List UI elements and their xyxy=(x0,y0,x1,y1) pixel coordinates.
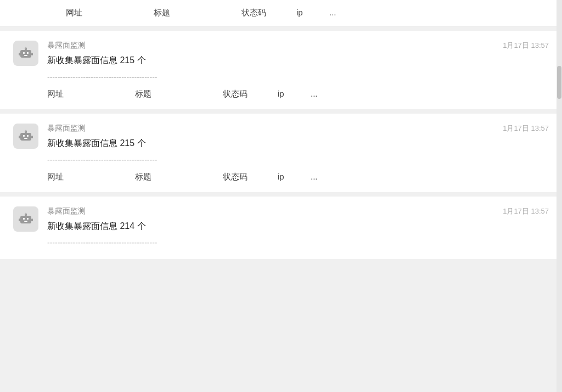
avatar-1 xyxy=(13,41,38,66)
msg-col-ip-2: ip xyxy=(278,172,311,182)
svg-rect-14 xyxy=(19,136,20,138)
body-3: 新收集暴露面信息 214 个 xyxy=(47,220,549,233)
message-content-3: 暴露面监测 1月17日 13:57 新收集暴露面信息 214 个 -------… xyxy=(47,206,549,249)
msg-col-url-2: 网址 xyxy=(47,172,135,182)
message-card-2: 暴露面监测 1月17日 13:57 新收集暴露面信息 215 个 -------… xyxy=(0,114,562,192)
svg-rect-23 xyxy=(31,219,33,221)
body-1: 新收集暴露面信息 215 个 xyxy=(47,54,549,67)
time-1: 1月17日 13:57 xyxy=(503,41,549,51)
time-2: 1月17日 13:57 xyxy=(503,124,549,133)
svg-rect-2 xyxy=(27,52,29,54)
message-content-1: 暴露面监测 1月17日 13:57 新收集暴露面信息 215 个 -------… xyxy=(47,41,549,99)
scrollbar-track[interactable] xyxy=(557,0,562,392)
svg-rect-11 xyxy=(24,138,27,139)
sender-2: 暴露面监测 xyxy=(47,124,86,133)
message-card-1: 暴露面监测 1月17日 13:57 新收集暴露面信息 215 个 -------… xyxy=(0,31,562,109)
svg-rect-6 xyxy=(19,53,20,55)
svg-rect-10 xyxy=(27,135,29,137)
divider-3: ----------------------------------------… xyxy=(47,238,549,247)
avatar-2 xyxy=(13,124,38,149)
svg-rect-7 xyxy=(31,53,33,55)
svg-rect-15 xyxy=(31,136,33,138)
robot-icon xyxy=(18,46,33,61)
msg-col-status-2: 状态码 xyxy=(223,172,278,182)
sender-1: 暴露面监测 xyxy=(47,41,86,51)
divider-1: ----------------------------------------… xyxy=(47,72,549,81)
svg-point-21 xyxy=(25,213,27,215)
avatar-3 xyxy=(13,206,38,232)
partial-col-ip: ip xyxy=(296,8,329,18)
body-2: 新收集暴露面信息 215 个 xyxy=(47,137,549,150)
svg-point-5 xyxy=(25,47,27,49)
svg-rect-16 xyxy=(20,216,31,223)
svg-rect-0 xyxy=(20,50,31,58)
partial-col-status: 状态码 xyxy=(241,8,296,18)
partial-col-more: ... xyxy=(329,8,362,18)
msg-col-title-1: 标题 xyxy=(135,89,223,99)
divider-2: ----------------------------------------… xyxy=(47,155,549,164)
msg-col-status-1: 状态码 xyxy=(223,89,278,99)
time-3: 1月17日 13:57 xyxy=(503,206,549,216)
msg-col-title-2: 标题 xyxy=(135,172,223,182)
svg-rect-9 xyxy=(23,135,25,137)
svg-rect-22 xyxy=(19,219,20,221)
message-header-3: 暴露面监测 1月17日 13:57 xyxy=(47,206,549,216)
svg-rect-3 xyxy=(24,55,27,56)
robot-icon-2 xyxy=(18,128,33,144)
svg-rect-1 xyxy=(23,52,25,54)
svg-rect-19 xyxy=(24,221,27,222)
message-header-1: 暴露面监测 1月17日 13:57 xyxy=(47,41,549,51)
robot-icon-3 xyxy=(18,211,33,227)
scrollbar-thumb[interactable] xyxy=(557,66,561,99)
msg-col-ip-1: ip xyxy=(278,89,311,99)
page-container: 网址 标题 状态码 ip ... 暴露面监测 1月17日 13:57 xyxy=(0,0,562,392)
msg-col-url-1: 网址 xyxy=(47,89,135,99)
partial-top-row: 网址 标题 状态码 ip ... xyxy=(0,0,562,26)
columns-1: 网址 标题 状态码 ip ... xyxy=(47,89,549,99)
svg-rect-18 xyxy=(27,218,29,220)
message-content-2: 暴露面监测 1月17日 13:57 新收集暴露面信息 215 个 -------… xyxy=(47,124,549,182)
msg-col-more-2: ... xyxy=(311,172,344,182)
msg-col-more-1: ... xyxy=(311,89,344,99)
partial-top-columns: 网址 标题 状态码 ip ... xyxy=(66,8,496,18)
columns-2: 网址 标题 状态码 ip ... xyxy=(47,172,549,182)
sender-3: 暴露面监测 xyxy=(47,206,86,216)
partial-col-title: 标题 xyxy=(154,8,241,18)
svg-point-13 xyxy=(25,130,27,132)
message-card-3: 暴露面监测 1月17日 13:57 新收集暴露面信息 214 个 -------… xyxy=(0,197,562,259)
message-header-2: 暴露面监测 1月17日 13:57 xyxy=(47,124,549,133)
partial-col-url: 网址 xyxy=(66,8,154,18)
svg-rect-8 xyxy=(20,133,31,141)
svg-rect-17 xyxy=(23,218,25,220)
